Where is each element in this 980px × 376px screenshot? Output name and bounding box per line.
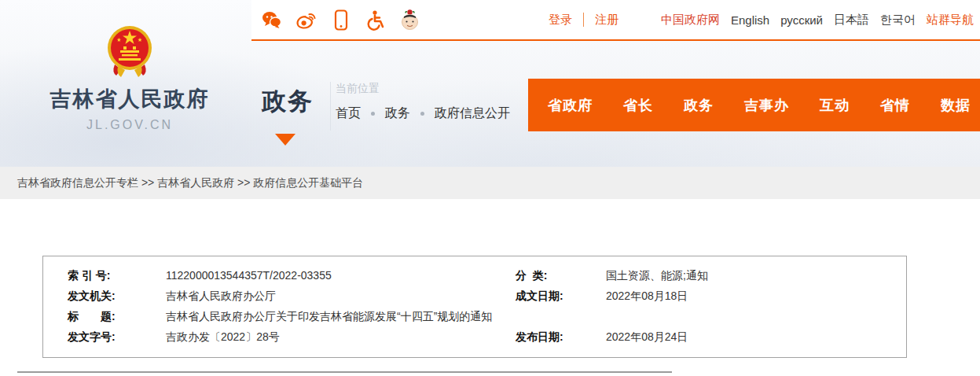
- section-divider: [330, 82, 331, 131]
- breadcrumb-info-disclosure[interactable]: 政府信息公开: [435, 105, 510, 122]
- nav-item-data[interactable]: 数据: [941, 96, 971, 115]
- main-nav: 省政府 省长 政务 吉事办 互动 省情 数据: [528, 79, 980, 131]
- doc-number-value: 吉政办发〔2022〕28号: [166, 330, 280, 345]
- nav-item-governor[interactable]: 省长: [623, 96, 653, 115]
- lang-korean-link[interactable]: 한국어: [880, 13, 916, 28]
- meta-row-index: 索 引 号: 1122000013544357T/2022-03355 分 类:…: [68, 266, 906, 286]
- lang-english-link[interactable]: English: [731, 13, 769, 27]
- mascot-icon[interactable]: [399, 9, 420, 31]
- publish-date-label: 发布日期:: [516, 330, 606, 345]
- brand[interactable]: 吉林省人民政府 JL.GOV.CN: [39, 24, 220, 132]
- mobile-icon[interactable]: [330, 9, 351, 31]
- login-link[interactable]: 登录: [549, 13, 572, 28]
- dot-separator-icon: [371, 112, 375, 116]
- category-label: 分 类:: [516, 269, 606, 283]
- weibo-icon[interactable]: [295, 9, 317, 31]
- accessibility-icon[interactable]: [365, 9, 386, 31]
- triangle-down-icon: [275, 134, 295, 146]
- dot-separator-icon: [420, 112, 424, 116]
- nav-item-provincial-gov[interactable]: 省政府: [548, 96, 593, 115]
- path-bar: 吉林省政府信息公开专栏 >> 吉林省人民政府 >> 政府信息公开基础平台: [0, 167, 980, 199]
- nav-item-jishiban[interactable]: 吉事办: [744, 96, 789, 115]
- doc-number-label: 发文字号:: [68, 330, 166, 345]
- section-block: 政务: [262, 85, 314, 118]
- index-number-label: 索 引 号:: [68, 269, 166, 283]
- nav-item-interaction[interactable]: 互动: [820, 96, 850, 115]
- register-link[interactable]: 注册: [595, 13, 618, 28]
- topbar-links: 登录 注册 中国政府网 English русский 日本語 한국어 站群导航: [549, 13, 980, 28]
- doc-title-value: 吉林省人民政府办公厅关于印发吉林省能源发展“十四五”规划的通知: [166, 310, 492, 324]
- category-value: 国土资源、能源;通知: [606, 269, 708, 283]
- written-date-label: 成文日期:: [516, 289, 606, 304]
- issuing-agency-value: 吉林省人民政府办公厅: [166, 289, 276, 304]
- nav-item-province-info[interactable]: 省情: [880, 96, 910, 115]
- doc-title-label: 标 题:: [68, 310, 166, 324]
- nav-item-zhengwu[interactable]: 政务: [684, 96, 714, 115]
- site-name: 吉林省人民政府: [39, 85, 220, 113]
- meta-row-title: 标 题: 吉林省人民政府办公厅关于印发吉林省能源发展“十四五”规划的通知: [68, 307, 906, 327]
- site-header: 登录 注册 中国政府网 English русский 日本語 한국어 站群导航: [0, 0, 980, 167]
- lang-russian-link[interactable]: русский: [780, 13, 823, 27]
- topbar-icons: [251, 9, 420, 31]
- national-emblem-icon: [105, 24, 154, 79]
- breadcrumb-label: 当前位置: [336, 82, 510, 96]
- meta-row-agency: 发文机关: 吉林省人民政府办公厅 成文日期: 2022年08月18日: [68, 286, 906, 307]
- site-group-nav-link[interactable]: 站群导航: [927, 13, 974, 28]
- site-domain: JL.GOV.CN: [39, 118, 220, 132]
- breadcrumb-home[interactable]: 首页: [336, 105, 361, 122]
- content-divider: [17, 371, 672, 373]
- gov-cn-link[interactable]: 中国政府网: [661, 13, 720, 28]
- publish-date-value: 2022年08月24日: [606, 330, 688, 345]
- index-number-value: 1122000013544357T/2022-03355: [166, 269, 332, 283]
- breadcrumb-zhengwu[interactable]: 政务: [385, 105, 410, 122]
- topbar: 登录 注册 中国政府网 English русский 日本語 한국어 站群导航: [251, 0, 980, 41]
- lang-japanese-link[interactable]: 日本語: [834, 13, 869, 28]
- wechat-icon[interactable]: [261, 9, 282, 31]
- meta-row-number: 发文字号: 吉政办发〔2022〕28号 发布日期: 2022年08月24日: [68, 327, 906, 348]
- issuing-agency-label: 发文机关:: [68, 289, 166, 304]
- breadcrumb: 当前位置 首页 政务 政府信息公开: [336, 82, 510, 122]
- section-title: 政务: [262, 85, 314, 118]
- login-register-divider: [583, 13, 584, 27]
- written-date-value: 2022年08月18日: [606, 289, 688, 304]
- path-bar-text: 吉林省政府信息公开专栏 >> 吉林省人民政府 >> 政府信息公开基础平台: [17, 176, 363, 190]
- doc-meta-panel: 索 引 号: 1122000013544357T/2022-03355 分 类:…: [42, 256, 907, 358]
